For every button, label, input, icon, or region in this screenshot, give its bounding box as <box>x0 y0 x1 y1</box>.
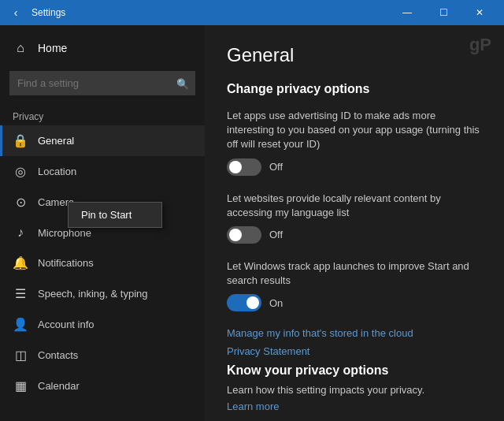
speech-icon: ☰ <box>13 286 28 301</box>
know-desc: Learn how this setting impacts your priv… <box>227 384 482 396</box>
manage-info-link[interactable]: Manage my info that's stored in the clou… <box>227 327 482 339</box>
toggle2-switch[interactable] <box>227 226 261 244</box>
sidebar-item-location[interactable]: ◎ Location <box>0 156 205 187</box>
toggle1-desc: Let apps use advertising ID to make ads … <box>227 109 482 152</box>
search-input[interactable] <box>9 71 195 95</box>
sidebar-item-label: Location <box>38 166 76 177</box>
contacts-icon: ◫ <box>13 348 28 363</box>
search-icon: 🔍 <box>176 77 189 89</box>
close-button[interactable]: ✕ <box>461 0 498 25</box>
toggle1-control: Off <box>227 158 482 176</box>
page-title: General <box>227 44 482 66</box>
sidebar-item-home[interactable]: ⌂ Home <box>0 32 205 65</box>
toggle-row-2: Let websites provide locally relevant co… <box>227 192 482 244</box>
sidebar-item-calendar[interactable]: ▦ Calendar <box>0 371 205 401</box>
titlebar: ‹ Settings — ☐ ✕ <box>0 0 504 25</box>
sidebar-item-label: Calendar <box>38 380 80 392</box>
sidebar-item-speech[interactable]: ☰ Speech, inking, & typing <box>0 278 205 309</box>
titlebar-title: Settings <box>32 7 65 18</box>
toggle3-label: On <box>269 297 283 309</box>
microphone-icon: ♪ <box>13 225 28 240</box>
section-title: Change privacy options <box>227 82 482 96</box>
minimize-button[interactable]: — <box>389 0 425 25</box>
sidebar-home-label: Home <box>38 42 67 54</box>
sidebar-item-label: Notifications <box>38 257 94 269</box>
calendar-icon: ▦ <box>13 378 28 393</box>
toggle1-knob <box>229 161 242 173</box>
learn-more-link[interactable]: Learn more <box>227 401 482 412</box>
privacy-statement-link[interactable]: Privacy Statement <box>227 345 482 357</box>
sidebar-item-accountinfo[interactable]: 👤 Account info <box>0 309 205 340</box>
sidebar-item-label: General <box>38 135 74 147</box>
toggle-row-1: Let apps use advertising ID to make ads … <box>227 109 482 176</box>
toggle-row-3: Let Windows track app launches to improv… <box>227 259 482 311</box>
sidebar-search-container: 🔍 <box>9 71 195 95</box>
app-container: ⌂ Home 🔍 Privacy 🔒 General ◎ Location ⊙ … <box>0 25 504 421</box>
home-icon: ⌂ <box>13 41 28 55</box>
back-button[interactable]: ‹ <box>6 3 25 22</box>
account-icon: 👤 <box>13 317 28 332</box>
sidebar-item-label: Speech, inking, & typing <box>38 288 147 300</box>
watermark: gP <box>469 35 491 55</box>
toggle3-control: On <box>227 294 482 311</box>
sidebar-item-general[interactable]: 🔒 General <box>0 125 205 156</box>
toggle1-switch[interactable] <box>227 158 261 176</box>
notifications-icon: 🔔 <box>13 255 28 270</box>
general-icon: 🔒 <box>13 133 28 148</box>
toggle3-switch[interactable] <box>227 294 261 311</box>
context-menu: Pin to Start <box>68 202 162 228</box>
toggle3-desc: Let Windows track app launches to improv… <box>227 259 482 288</box>
toggle3-knob <box>246 296 259 309</box>
sidebar-item-label: Account info <box>38 319 94 330</box>
titlebar-left: ‹ Settings <box>6 3 65 22</box>
location-icon: ◎ <box>13 164 28 179</box>
titlebar-controls: — ☐ ✕ <box>389 0 498 25</box>
know-title: Know your privacy options <box>227 363 482 378</box>
toggle2-desc: Let websites provide locally relevant co… <box>227 192 482 220</box>
main-content: gP General Change privacy options Let ap… <box>205 25 504 421</box>
sidebar-section-label: Privacy <box>0 102 205 125</box>
camera-icon: ⊙ <box>13 195 28 210</box>
toggle2-control: Off <box>227 226 482 244</box>
sidebar-item-label: Contacts <box>38 349 78 361</box>
context-menu-pin[interactable]: Pin to Start <box>69 203 161 227</box>
maximize-button[interactable]: ☐ <box>425 0 461 25</box>
toggle1-label: Off <box>269 161 283 173</box>
sidebar-item-contacts[interactable]: ◫ Contacts <box>0 340 205 371</box>
sidebar-item-label: Microphone <box>38 227 91 239</box>
sidebar-item-notifications[interactable]: 🔔 Notifications <box>0 248 205 278</box>
toggle2-knob <box>229 229 242 241</box>
toggle2-label: Off <box>269 229 283 240</box>
